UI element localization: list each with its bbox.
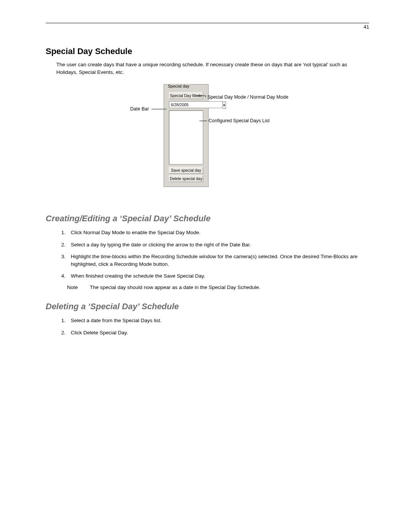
- create-steps-list: Click Normal Day Mode to enable the Spec…: [59, 229, 369, 280]
- callout-line: [196, 96, 206, 96]
- page-title: Special Day Schedule: [46, 46, 369, 56]
- save-special-day-button[interactable]: Save special day: [169, 167, 203, 174]
- list-item: Select a date from the Special Days list…: [67, 317, 369, 324]
- note-label: Note: [67, 284, 90, 290]
- callout-list: Configured Special Days List: [209, 118, 270, 123]
- list-item: Click Normal Day Mode to enable the Spec…: [67, 229, 369, 236]
- callout-date-bar: Date Bar: [130, 106, 149, 112]
- page-number: 41: [46, 24, 369, 30]
- special-days-listbox[interactable]: [169, 110, 203, 165]
- callout-line: [206, 96, 206, 97]
- special-day-panel: Special day Special Day Mode ▼ Save spec…: [164, 84, 209, 187]
- callout-line: [151, 109, 167, 109]
- header-rule: [46, 23, 369, 23]
- section-heading-create: Creating/Editing a ‘Special Day’ Schedul…: [46, 214, 369, 224]
- delete-steps-list: Select a date from the Special Days list…: [59, 317, 369, 336]
- date-input[interactable]: [169, 101, 223, 108]
- section-heading-delete: Deleting a ‘Special Day’ Schedule: [46, 302, 369, 312]
- chevron-down-icon: ▼: [223, 104, 226, 107]
- date-dropdown-button[interactable]: ▼: [223, 101, 226, 109]
- list-item: Click Delete Special Day.: [67, 329, 369, 337]
- panel-groupbox-title: Special day: [167, 84, 190, 88]
- list-item: Select a day by typing the date or click…: [67, 241, 369, 249]
- list-item: When finished creating the schedule the …: [67, 272, 369, 280]
- list-item: Highlight the time-blocks within the Rec…: [67, 253, 369, 268]
- callout-line: [199, 121, 207, 121]
- intro-paragraph: The user can create days that have a uni…: [56, 61, 369, 76]
- date-bar: ▼: [169, 101, 203, 109]
- note-row: Note The special day should now appear a…: [67, 284, 369, 290]
- callout-mode: Special Day Mode / Normal Day Mode: [207, 94, 288, 100]
- special-day-panel-figure: Special day Special Day Mode ▼ Save spec…: [46, 84, 369, 198]
- delete-special-day-button[interactable]: Delete special day: [169, 175, 203, 182]
- note-text: The special day should now appear as a d…: [90, 284, 260, 290]
